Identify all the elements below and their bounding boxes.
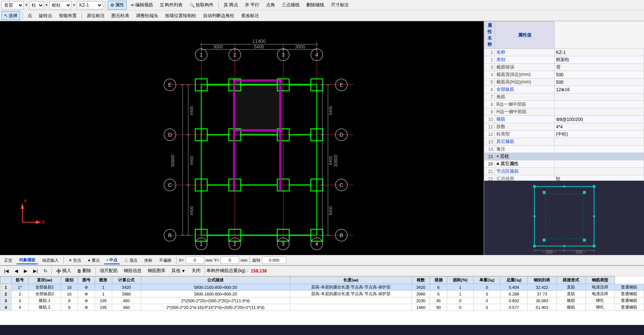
dimension-button[interactable]: 尺寸标注: [328, 1, 351, 10]
nav-refresh-button[interactable]: ↻: [41, 267, 50, 275]
prop-row[interactable]: 20■ 其它属性: [484, 160, 644, 168]
origin-mark-button[interactable]: 原位标注: [84, 11, 107, 20]
nav-last-button[interactable]: ▶|: [31, 267, 40, 275]
table-row[interactable]: 11*全部纵筋116Φ134205800-2160-800+800-20层高-本…: [0, 284, 644, 291]
scale-rebar-label: 缩尺配筋: [100, 268, 118, 274]
floor-select[interactable]: 首层: [1, 1, 24, 9]
prop-row[interactable]: 7角筋: [484, 93, 644, 101]
svg-point-128: [593, 245, 596, 248]
table-row[interactable]: 44箍筋.28Φ1954602*(500-2*20-2*d-16)/3*16*2…: [0, 304, 644, 311]
endpoint-button[interactable]: ● 重点: [85, 256, 102, 264]
column-table-button[interactable]: 图元柱表: [109, 11, 132, 20]
prop-row[interactable]: 13其它箍筋: [484, 138, 644, 146]
table-cell: 0: [473, 284, 501, 291]
prop-row[interactable]: 3截面错误否: [484, 64, 644, 71]
y-input[interactable]: [221, 256, 239, 264]
nav-next-button[interactable]: ▶: [21, 267, 30, 275]
midpoint-button[interactable]: ▪ 中点: [104, 256, 120, 264]
rebar-lib-button[interactable]: 钢筋图库: [145, 267, 168, 275]
table-cell: 普通钢筋: [615, 291, 644, 297]
draw-by-wall-button[interactable]: 按墙位置绘制柱: [162, 11, 199, 20]
prop-row[interactable]: 8B边一侧中部筋: [484, 101, 644, 108]
prop-row[interactable]: 21节点区箍筋: [484, 168, 644, 175]
toolbar1: 首层 ▼ 柱 ▼ 框柱 ▼ KZ-1 ⚙ 属性 ✏ 编辑视筋 ☰ 构件列表: [0, 0, 644, 10]
others-label: 其他: [171, 268, 180, 274]
table-cell: 0: [447, 297, 473, 304]
element-list-button[interactable]: ☰ 构件列表: [157, 1, 185, 10]
prop-row[interactable]: 2类别框架柱: [484, 56, 644, 64]
adjust-end-button[interactable]: 调整柱端头: [133, 11, 161, 20]
dynamic-input-button[interactable]: 动态输入: [40, 256, 61, 264]
prop-row[interactable]: 4截面宽(B边)(mm)500: [484, 71, 644, 79]
svg-point-131: [533, 215, 536, 217]
coord-button[interactable]: 坐标: [142, 256, 155, 264]
delete-aux-button[interactable]: 删除辅线: [304, 1, 327, 10]
orthogonal-button[interactable]: 正交: [1, 256, 15, 264]
pick-element-button[interactable]: 🔍 拾取构件: [187, 1, 216, 10]
edit-rebar-button[interactable]: ✏ 编辑视筋: [128, 1, 156, 10]
point-button[interactable]: 点: [25, 11, 35, 20]
snap-button[interactable]: 对象捕捉: [16, 256, 38, 264]
delete-button[interactable]: 🗑 删除: [75, 267, 94, 275]
rebar-info-label: 钢筋信息: [124, 268, 142, 274]
col-header: 损耗(%): [447, 277, 473, 284]
prop-row[interactable]: 11肢数4*4: [484, 123, 644, 131]
rebar-info-button[interactable]: 钢筋信息: [121, 267, 144, 275]
three-point-aux-button[interactable]: 三点辅线: [279, 1, 302, 10]
smart-layout-label: 智能布置: [59, 13, 77, 19]
no-offset-button[interactable]: 不偏移: [157, 256, 174, 264]
nav-first-button[interactable]: |◀: [1, 267, 11, 275]
table-cell: 3420: [412, 284, 430, 291]
data-table-header: 筋号直径(㎜)级别图号图形计算公式公式描述长度(㎜)根数搭接损耗(%)单重(㎏)…: [0, 277, 644, 284]
element-id-select[interactable]: KZ-1: [77, 1, 103, 9]
x-input[interactable]: [186, 256, 204, 264]
others-button[interactable]: 其他 ▼: [169, 267, 188, 275]
table-cell: 195: [95, 297, 112, 304]
vertex-button[interactable]: △ 顶点: [121, 256, 140, 264]
svg-text:←250→: ←250→: [571, 250, 586, 253]
nav-prev-button[interactable]: ◀: [12, 267, 20, 275]
props-button[interactable]: ⚙ 属性: [108, 1, 127, 10]
element-subtype-select[interactable]: 框柱: [49, 1, 72, 9]
table-row[interactable]: 22全部纵筋216Φ139805800-1600-800+800-20层高-本层…: [0, 291, 644, 297]
svg-text:8400: 8400: [328, 156, 333, 165]
table-cell: [290, 297, 411, 304]
x-unit-label: mm: [206, 258, 212, 262]
scale-rebar-button[interactable]: 缩尺配筋: [97, 267, 120, 275]
close-button[interactable]: 关闭: [189, 267, 203, 275]
select-button[interactable]: ↖ 选择: [1, 11, 20, 20]
prop-row[interactable]: 22汇总信息柱: [484, 175, 644, 181]
table-cell: 90: [430, 304, 447, 311]
table-row[interactable]: 33箍筋.18Φ1954602*((500-2*20)+(500-2*20))+…: [0, 297, 644, 304]
canvas-area[interactable]: 1 2 3 4 1 2 3 4 E D C: [0, 21, 484, 255]
prop-row-value: 柱: [555, 175, 644, 181]
auto-corner-button[interactable]: 自动判断边角柱: [201, 11, 237, 20]
smart-layout-button[interactable]: 智能布置: [56, 11, 79, 20]
prop-row[interactable]: 1名称KZ-1: [484, 49, 644, 56]
col-header: 单重(㎏): [473, 277, 501, 284]
prop-row[interactable]: 6全部纵筋12⊕16: [484, 86, 644, 93]
prop-row[interactable]: 10箍筋Φ8@100/200: [484, 116, 644, 123]
rotate-input[interactable]: [262, 256, 286, 264]
prop-row-num: 12: [484, 131, 495, 138]
prop-row[interactable]: 12柱类型(中柱): [484, 131, 644, 138]
prop-row-name: 截面高(H边)(mm): [495, 79, 555, 86]
element-type-select[interactable]: 柱: [29, 1, 44, 9]
select-label: 选择: [9, 13, 18, 19]
parallel-button[interactable]: 并 平行: [242, 1, 262, 10]
svg-text:C: C: [168, 182, 172, 188]
query-mark-button[interactable]: 查改标注: [239, 11, 262, 20]
prop-row[interactable]: 9H边一侧中部筋: [484, 108, 644, 116]
rotate-point-button[interactable]: 旋转点: [36, 11, 55, 20]
table-cell: 普通钢筋: [615, 297, 644, 304]
insert-button[interactable]: ➕ 插入: [53, 267, 74, 275]
prop-row[interactable]: 15+ 芯柱: [484, 153, 644, 160]
angle-button[interactable]: 点角: [263, 1, 278, 10]
rotate-pt-label: 旋转点: [39, 13, 52, 19]
intersection-button[interactable]: ✕ 交点: [66, 256, 84, 264]
prop-row[interactable]: 14备注: [484, 146, 644, 153]
dynamic-input-label: 动态输入: [42, 258, 59, 263]
two-points-button[interactable]: 其 两点: [221, 1, 241, 10]
prop-row[interactable]: 5截面高(H边)(mm)500: [484, 79, 644, 86]
table-cell: 箍筋.1: [28, 297, 61, 304]
